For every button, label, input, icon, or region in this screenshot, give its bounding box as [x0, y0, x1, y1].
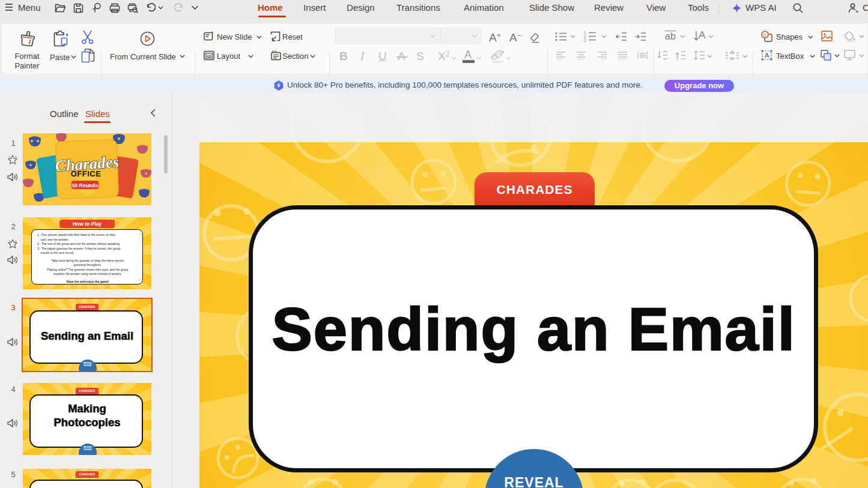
svg-text:a: a	[763, 32, 766, 37]
svg-text:OFFICE: OFFICE	[71, 169, 102, 178]
svg-text:3: 3	[584, 38, 586, 42]
svg-text:50 Rounds: 50 Rounds	[72, 182, 99, 188]
svg-text:A: A	[765, 52, 769, 59]
